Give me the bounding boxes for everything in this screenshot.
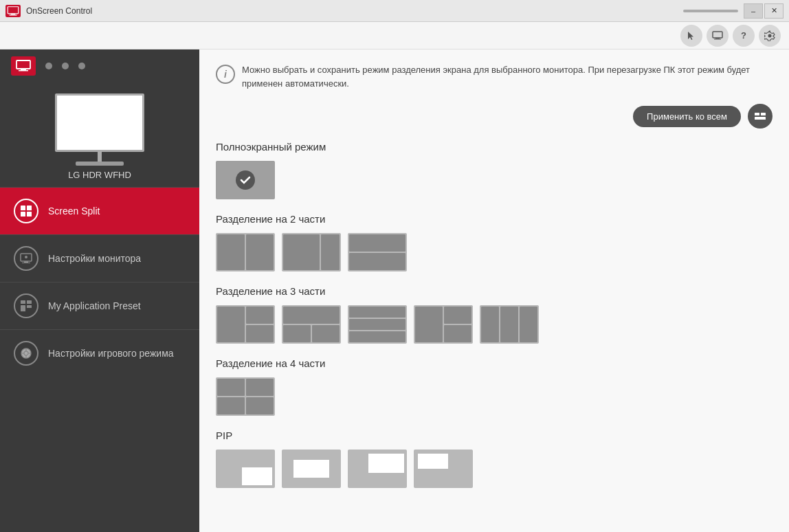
tile-cell bbox=[246, 379, 274, 396]
tile-cell bbox=[321, 234, 340, 270]
split3-options bbox=[216, 305, 773, 344]
nav-item-app-preset[interactable]: My Application Preset bbox=[0, 282, 199, 329]
monitor-base bbox=[76, 162, 124, 166]
layout-fullscreen[interactable] bbox=[216, 161, 275, 199]
tile-cell bbox=[246, 397, 274, 414]
tile-cell bbox=[217, 307, 245, 342]
display-button[interactable] bbox=[707, 25, 729, 47]
layout-pip-center[interactable] bbox=[282, 450, 341, 488]
split4-options bbox=[216, 377, 773, 416]
app-title: OnScreen Control bbox=[26, 6, 683, 16]
section-pip: PIP bbox=[216, 430, 773, 488]
svg-rect-19 bbox=[27, 300, 32, 304]
monitor-dot-active[interactable] bbox=[11, 56, 36, 76]
layout-2v-unequal[interactable] bbox=[282, 233, 341, 271]
svg-rect-1 bbox=[11, 13, 15, 14]
svg-rect-21 bbox=[27, 305, 32, 308]
tile-cell bbox=[217, 234, 245, 270]
layout-3a[interactable] bbox=[216, 305, 275, 344]
apply-bar: Применить ко всем bbox=[216, 104, 773, 129]
svg-rect-13 bbox=[27, 212, 32, 217]
tile-cell bbox=[246, 325, 274, 342]
tile-cell bbox=[349, 234, 405, 252]
top-toolbar: ? bbox=[0, 22, 789, 49]
tile-cell bbox=[283, 307, 340, 324]
layout-3c[interactable] bbox=[348, 305, 407, 344]
settings-button[interactable] bbox=[759, 25, 781, 47]
layout-3e[interactable] bbox=[480, 305, 539, 344]
tile-cell bbox=[312, 325, 340, 342]
svg-rect-29 bbox=[761, 113, 766, 115]
monitor-dot-2[interactable] bbox=[45, 63, 52, 69]
info-icon: i bbox=[216, 65, 235, 84]
section-split2: Разделение на 2 части bbox=[216, 213, 773, 271]
window-slider[interactable] bbox=[683, 10, 738, 12]
pip-inner bbox=[293, 460, 329, 478]
tile-cell bbox=[500, 307, 518, 342]
svg-rect-30 bbox=[755, 117, 766, 120]
info-bar: i Можно выбрать и сохранить режим раздел… bbox=[216, 63, 773, 90]
layout-pip-tr[interactable] bbox=[348, 450, 407, 488]
window-controls: – ✕ bbox=[744, 3, 784, 19]
nav-label-monitor-settings: Настройки монитора bbox=[48, 253, 141, 264]
monitor-dot-3[interactable] bbox=[62, 63, 69, 69]
pip-inner bbox=[242, 467, 272, 485]
game-settings-icon bbox=[14, 341, 38, 366]
layout-2v[interactable] bbox=[216, 233, 275, 271]
help-icon: ? bbox=[741, 30, 746, 41]
close-button[interactable]: ✕ bbox=[764, 3, 784, 19]
help-button[interactable]: ? bbox=[733, 25, 755, 47]
section-title-split4: Разделение на 4 части bbox=[216, 357, 773, 369]
svg-rect-12 bbox=[21, 212, 25, 217]
pip-inner bbox=[418, 454, 448, 469]
section-fullscreen: Полноэкранный режим bbox=[216, 141, 773, 199]
layout-3d[interactable] bbox=[414, 305, 473, 344]
app-container: ? bbox=[0, 22, 789, 532]
minimize-button[interactable]: – bbox=[744, 3, 763, 19]
tile-cell bbox=[217, 379, 245, 396]
svg-rect-0 bbox=[8, 6, 19, 13]
monitor-dot-4[interactable] bbox=[78, 63, 85, 69]
section-title-split2: Разделение на 2 части bbox=[216, 213, 773, 225]
tile-cell bbox=[283, 325, 311, 342]
nav-label-screen-split: Screen Split bbox=[48, 206, 100, 217]
svg-point-23 bbox=[24, 351, 28, 355]
layout-pip-tl[interactable] bbox=[414, 450, 473, 488]
layout-3b[interactable] bbox=[282, 305, 341, 344]
info-text: Можно выбрать и сохранить режим разделен… bbox=[242, 63, 773, 90]
layout-pip-br[interactable] bbox=[216, 450, 275, 488]
nav-item-screen-split[interactable]: Screen Split bbox=[0, 187, 199, 234]
svg-rect-9 bbox=[19, 70, 28, 71]
svg-rect-3 bbox=[713, 32, 722, 38]
svg-rect-2 bbox=[10, 14, 17, 15]
apply-icon-button[interactable] bbox=[748, 104, 773, 129]
svg-rect-20 bbox=[21, 305, 25, 311]
svg-rect-16 bbox=[22, 263, 30, 263]
nav-item-game-settings[interactable]: Настройки игрового режима bbox=[0, 329, 199, 377]
monitor-dots bbox=[0, 49, 199, 82]
app-logo bbox=[5, 5, 21, 17]
layout-4a[interactable] bbox=[216, 377, 275, 416]
layout-2h[interactable] bbox=[348, 233, 407, 271]
apply-all-button[interactable]: Применить ко всем bbox=[633, 106, 741, 127]
tile-cell bbox=[444, 325, 471, 342]
svg-rect-10 bbox=[21, 206, 25, 210]
monitor-screen bbox=[55, 93, 144, 152]
main-content: i Можно выбрать и сохранить режим раздел… bbox=[199, 49, 789, 532]
monitor-name: LG HDR WFHD bbox=[68, 170, 131, 180]
svg-rect-5 bbox=[714, 38, 721, 39]
svg-rect-15 bbox=[24, 261, 28, 263]
app-preset-icon bbox=[14, 293, 38, 318]
selected-check bbox=[236, 170, 255, 190]
content-area: LG HDR WFHD Screen Split bbox=[0, 49, 789, 532]
tile-cell bbox=[349, 253, 405, 270]
tile-cell bbox=[246, 307, 274, 324]
nav-item-monitor-settings[interactable]: Настройки монитора bbox=[0, 234, 199, 282]
cursor-button[interactable] bbox=[680, 25, 702, 47]
svg-rect-28 bbox=[755, 113, 759, 115]
nav-label-app-preset: My Application Preset bbox=[48, 300, 141, 311]
section-title-fullscreen: Полноэкранный режим bbox=[216, 141, 773, 153]
tile-cell bbox=[349, 331, 405, 342]
pip-options bbox=[216, 450, 773, 488]
tile-cell bbox=[349, 319, 405, 330]
